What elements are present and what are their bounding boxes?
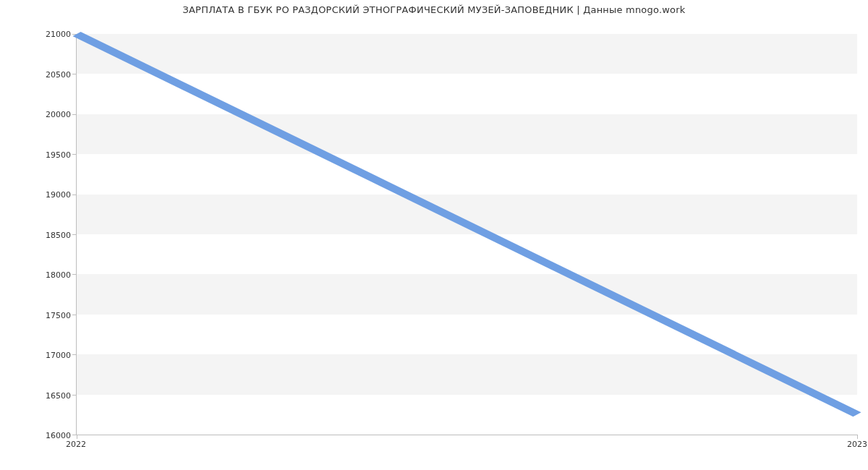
y-tick-label: 18500 bbox=[13, 230, 71, 239]
series-line bbox=[77, 34, 857, 414]
y-tick-label: 17000 bbox=[13, 351, 71, 360]
y-tick-label: 17500 bbox=[13, 310, 71, 320]
plot-area bbox=[76, 34, 857, 435]
y-tick-label: 18000 bbox=[13, 270, 71, 280]
y-tick-label: 21000 bbox=[13, 30, 71, 39]
chart-title: ЗАРПЛАТА В ГБУК РО РАЗДОРСКИЙ ЭТНОГРАФИЧ… bbox=[0, 4, 868, 15]
y-tick-label: 16000 bbox=[13, 431, 71, 440]
x-tick-label: 2023 bbox=[847, 440, 867, 449]
y-tick-label: 19000 bbox=[13, 190, 71, 200]
y-tick-label: 20500 bbox=[13, 69, 71, 79]
line-chart: ЗАРПЛАТА В ГБУК РО РАЗДОРСКИЙ ЭТНОГРАФИЧ… bbox=[0, 0, 868, 470]
y-tick-label: 19500 bbox=[13, 150, 71, 159]
x-tick-label: 2022 bbox=[66, 440, 86, 449]
x-tick bbox=[857, 435, 858, 439]
y-tick-label: 16500 bbox=[13, 390, 71, 400]
line-layer bbox=[77, 34, 857, 435]
x-tick bbox=[77, 435, 77, 439]
y-tick-label: 20000 bbox=[13, 110, 71, 119]
